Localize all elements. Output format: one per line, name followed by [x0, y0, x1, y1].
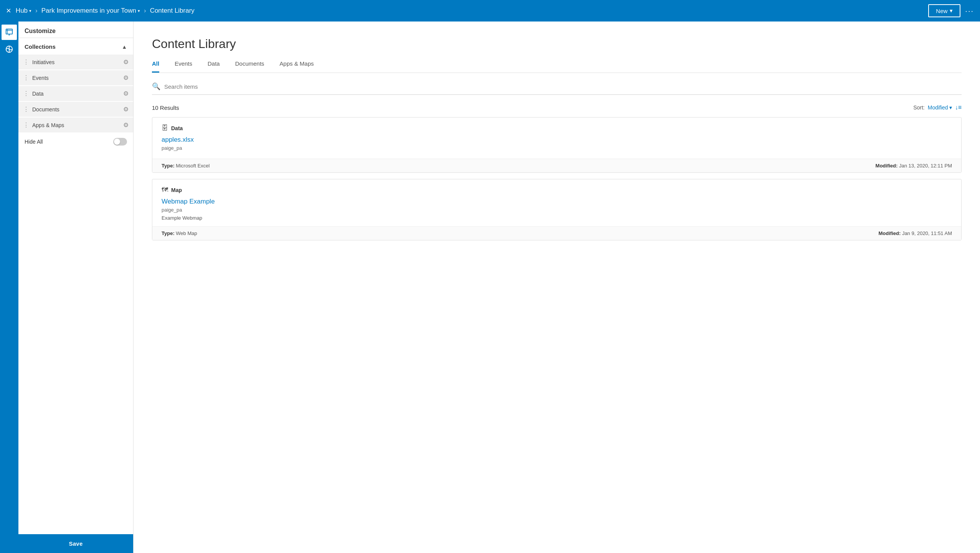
- nav-right: New ▾ ···: [928, 4, 974, 17]
- card-type-meta: Type: Microsoft Excel: [162, 163, 210, 169]
- nav-left: × Hub ▾ › Park Improvements in your Town…: [6, 7, 928, 15]
- card-owner: paige_pa: [162, 145, 952, 151]
- collections-title: Collections: [25, 43, 56, 50]
- results-count: 10 Results: [152, 104, 179, 111]
- collection-item-apps-maps[interactable]: ⋮ Apps & Maps ⚙: [18, 118, 133, 132]
- card-title-link[interactable]: Webmap Example: [162, 198, 952, 205]
- close-button[interactable]: ×: [6, 7, 11, 15]
- content-tabs: All Events Data Documents Apps & Maps: [152, 60, 962, 73]
- project-caret-icon: ▾: [138, 8, 140, 13]
- side-icon-content-library[interactable]: [2, 25, 17, 40]
- side-icon-theme[interactable]: [2, 41, 17, 57]
- hub-label: Hub: [16, 7, 28, 15]
- card-top: 🗺 Map Webmap Example paige_pa Example We…: [152, 179, 961, 226]
- new-caret-icon: ▾: [950, 7, 953, 14]
- search-bar: 🔍: [152, 82, 962, 95]
- save-button[interactable]: Save: [18, 534, 133, 553]
- collection-item-label: Data: [32, 91, 120, 97]
- gear-icon-initiatives[interactable]: ⚙: [123, 58, 129, 66]
- breadcrumb-section: Content Library: [150, 7, 195, 15]
- card-type-meta: Type: Web Map: [162, 230, 197, 236]
- customize-header: Customize: [18, 22, 133, 38]
- tab-events[interactable]: Events: [175, 60, 192, 73]
- collection-item-label: Documents: [32, 106, 120, 113]
- collection-item-label: Apps & Maps: [32, 122, 120, 128]
- main-layout: Customize Collections ▲ ⋮ Initiatives ⚙ …: [0, 22, 980, 553]
- collection-item-data[interactable]: ⋮ Data ⚙: [18, 86, 133, 101]
- collection-list: ⋮ Initiatives ⚙ ⋮ Events ⚙ ⋮ Data ⚙ ⋮ Do…: [18, 54, 133, 133]
- save-btn-container: Save: [18, 534, 133, 553]
- drag-handle-icon: ⋮: [23, 58, 29, 66]
- drag-handle-icon: ⋮: [23, 74, 29, 81]
- tab-all[interactable]: All: [152, 60, 159, 73]
- card-owner: paige_pa: [162, 207, 952, 213]
- page-title: Content Library: [152, 37, 962, 51]
- database-icon: 🗄: [162, 124, 168, 132]
- card-type-label: Map: [171, 187, 182, 193]
- gear-icon-documents[interactable]: ⚙: [123, 106, 129, 113]
- drag-handle-icon: ⋮: [23, 106, 29, 113]
- search-input[interactable]: [164, 83, 962, 90]
- collection-item-events[interactable]: ⋮ Events ⚙: [18, 70, 133, 85]
- card-bottom: Type: Microsoft Excel Modified: Jan 13, …: [152, 159, 961, 172]
- search-icon: 🔍: [152, 82, 160, 91]
- new-label: New: [936, 8, 947, 14]
- breadcrumb-project[interactable]: Park Improvements in your Town ▾: [41, 7, 140, 15]
- side-icon-bar: [0, 22, 18, 553]
- gear-icon-events[interactable]: ⚙: [123, 74, 129, 81]
- card-type-label: Data: [171, 125, 183, 131]
- card-webmap-example: 🗺 Map Webmap Example paige_pa Example We…: [152, 179, 962, 240]
- sort-caret-icon: ▾: [949, 104, 952, 111]
- card-title-link[interactable]: apples.xlsx: [162, 136, 952, 144]
- sort-controls: Sort: Modified ▾ ↓≡: [913, 104, 962, 111]
- gear-icon-apps-maps[interactable]: ⚙: [123, 121, 129, 129]
- more-button[interactable]: ···: [965, 7, 974, 15]
- main-content: Content Library All Events Data Document…: [134, 22, 980, 553]
- sort-label: Sort:: [913, 104, 925, 111]
- hub-caret-icon: ▾: [29, 8, 31, 13]
- sort-direction-button[interactable]: ↓≡: [955, 104, 962, 111]
- collections-collapse-button[interactable]: ▲: [122, 44, 127, 50]
- collection-item-initiatives[interactable]: ⋮ Initiatives ⚙: [18, 55, 133, 70]
- card-modified-meta: Modified: Jan 9, 2020, 11:51 AM: [879, 230, 952, 236]
- svg-rect-0: [6, 29, 13, 34]
- card-description: Example Webmap: [162, 215, 952, 221]
- card-modified-meta: Modified: Jan 13, 2020, 12:11 PM: [876, 163, 952, 169]
- hide-all-toggle[interactable]: [113, 138, 127, 146]
- drag-handle-icon: ⋮: [23, 121, 29, 129]
- map-icon: 🗺: [162, 186, 168, 194]
- card-top: 🗄 Data apples.xlsx paige_pa: [152, 118, 961, 159]
- sort-value-button[interactable]: Modified ▾: [928, 104, 952, 111]
- collection-item-label: Events: [32, 75, 120, 81]
- card-bottom: Type: Web Map Modified: Jan 9, 2020, 11:…: [152, 226, 961, 240]
- breadcrumb-separator-2: ›: [144, 7, 146, 15]
- tab-data[interactable]: Data: [208, 60, 220, 73]
- drag-handle-icon: ⋮: [23, 90, 29, 97]
- gear-icon-data[interactable]: ⚙: [123, 90, 129, 97]
- card-apples-xlsx: 🗄 Data apples.xlsx paige_pa Type: Micros…: [152, 117, 962, 173]
- hide-all-label: Hide All: [25, 139, 43, 145]
- left-panel: Customize Collections ▲ ⋮ Initiatives ⚙ …: [18, 22, 134, 553]
- hide-all-row: Hide All: [18, 133, 133, 150]
- collection-item-documents[interactable]: ⋮ Documents ⚙: [18, 102, 133, 117]
- tab-apps-maps[interactable]: Apps & Maps: [280, 60, 314, 73]
- hub-button[interactable]: Hub ▾: [16, 7, 31, 15]
- new-button[interactable]: New ▾: [928, 4, 960, 17]
- card-type-row: 🗺 Map: [162, 186, 952, 194]
- top-nav: × Hub ▾ › Park Improvements in your Town…: [0, 0, 980, 22]
- results-header: 10 Results Sort: Modified ▾ ↓≡: [152, 104, 962, 111]
- tab-documents[interactable]: Documents: [235, 60, 264, 73]
- collection-item-label: Initiatives: [32, 59, 120, 65]
- card-type-row: 🗄 Data: [162, 124, 952, 132]
- breadcrumb-separator-1: ›: [35, 7, 38, 15]
- collections-header: Collections ▲: [18, 38, 133, 54]
